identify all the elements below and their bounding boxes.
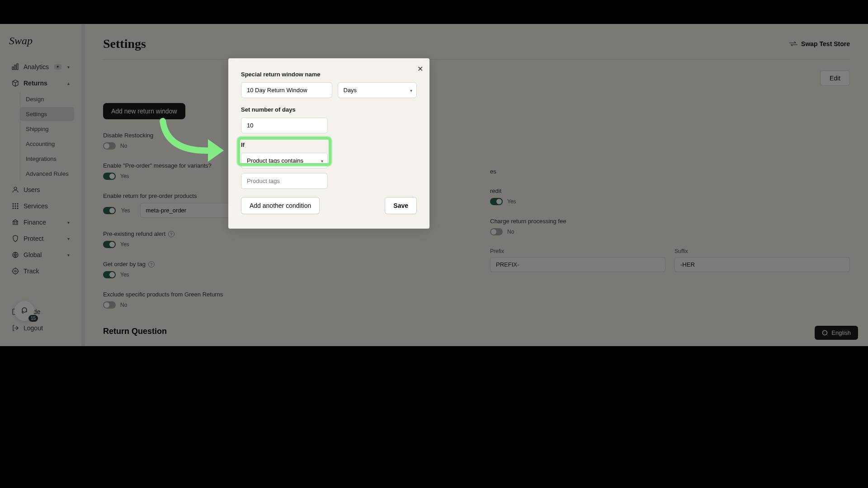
condition-type-select[interactable]: Product tags contains <box>241 153 328 169</box>
product-tags-input[interactable] <box>241 173 328 189</box>
days-input[interactable] <box>241 117 328 133</box>
modal-if-label: If <box>241 141 417 148</box>
modal-days-label: Set number of days <box>241 106 417 113</box>
modal-name-label: Special return window name <box>241 71 417 78</box>
save-button[interactable]: Save <box>385 197 417 214</box>
window-name-input[interactable] <box>241 82 332 98</box>
close-icon[interactable]: ✕ <box>417 65 423 73</box>
unit-select[interactable]: Days <box>338 82 417 98</box>
add-condition-button[interactable]: Add another condition <box>241 197 320 214</box>
return-window-modal: ✕ Special return window name Days Set nu… <box>228 58 429 229</box>
